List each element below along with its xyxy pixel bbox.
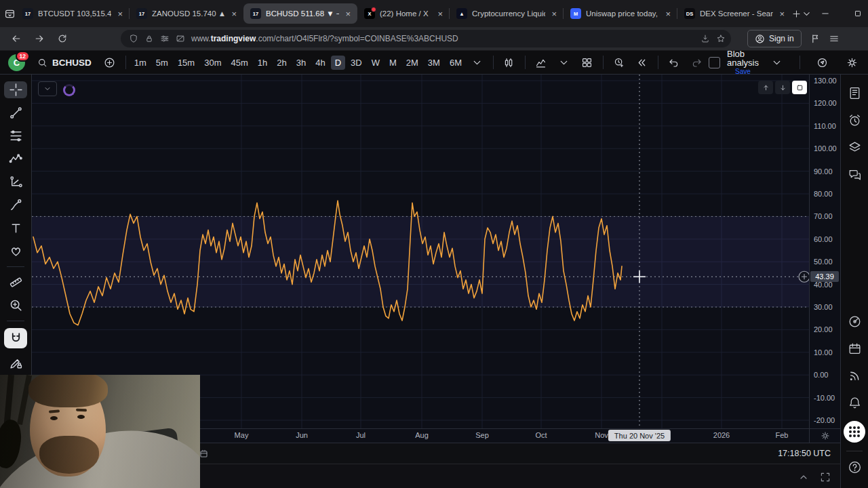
tune-icon[interactable]: [160, 34, 170, 43]
text-tool[interactable]: [4, 220, 27, 237]
interval-W[interactable]: W: [368, 56, 384, 70]
tab-close-icon[interactable]: ×: [664, 9, 672, 19]
add-alert-plus-icon: [799, 271, 810, 282]
magnet-tool[interactable]: [4, 328, 27, 348]
undo-button[interactable]: [663, 53, 686, 72]
back-button[interactable]: [7, 30, 26, 47]
calendar-button[interactable]: [846, 340, 863, 357]
interval-M[interactable]: M: [385, 56, 401, 70]
fib-retracement-tool[interactable]: [4, 127, 27, 144]
content-blocked-icon[interactable]: [176, 34, 185, 43]
interval-expand-chevron[interactable]: [466, 53, 489, 72]
pane-move-down-button[interactable]: [775, 81, 790, 94]
interval-45m[interactable]: 45m: [226, 56, 252, 70]
interval-2h[interactable]: 2h: [273, 56, 290, 70]
reload-button[interactable]: [53, 30, 72, 47]
bar-replay-button[interactable]: [631, 53, 654, 72]
pane-maximize-button[interactable]: [792, 81, 807, 94]
create-alert-button[interactable]: [608, 53, 631, 72]
minimize-button[interactable]: [812, 3, 839, 24]
browser-menu-icon[interactable]: [829, 33, 840, 44]
chat-button[interactable]: [846, 165, 863, 183]
pane-move-up-button[interactable]: [758, 81, 773, 94]
interval-3D[interactable]: 3D: [347, 56, 366, 70]
interval-D[interactable]: D: [331, 56, 345, 70]
apps-grid-button[interactable]: [844, 421, 865, 443]
interval-1m[interactable]: 1m: [130, 56, 151, 70]
browser-sign-in-button[interactable]: Sign in: [747, 30, 802, 47]
news-button[interactable]: [846, 367, 863, 384]
quick-search-button[interactable]: [811, 53, 834, 72]
browser-tab[interactable]: 17ZANOUSD 15.740 ▲ +×: [130, 3, 243, 24]
tab-close-icon[interactable]: ×: [550, 9, 558, 19]
layout-grid-button[interactable]: [576, 53, 599, 72]
compare-add-symbol-button[interactable]: [98, 53, 121, 72]
tab-close-icon[interactable]: ×: [116, 9, 124, 19]
interval-15m[interactable]: 15m: [174, 56, 199, 70]
interval-2M[interactable]: 2M: [402, 56, 422, 70]
help-button[interactable]: [846, 458, 863, 476]
new-tab-button[interactable]: [791, 4, 802, 23]
tradingview-favicon: 17: [136, 8, 147, 19]
bookmark-star-icon[interactable]: [716, 34, 726, 43]
user-avatar[interactable]: C12: [8, 54, 25, 71]
browser-tab[interactable]: 17BCHUSD 511.68 ▼ −1.×: [243, 3, 357, 24]
screener-button[interactable]: [846, 312, 863, 330]
tab-overview-button[interactable]: [4, 4, 16, 23]
layout-chevron[interactable]: [766, 53, 789, 72]
collections-flag-icon[interactable]: [810, 33, 821, 44]
browser-tab[interactable]: DSDEX Screener - Search×: [677, 3, 791, 24]
chart-settings-button[interactable]: [841, 53, 864, 72]
browser-tab[interactable]: X(22) Home / X×: [357, 3, 450, 24]
browser-tab[interactable]: MUniswap price today, U×: [564, 3, 677, 24]
chart-style-button[interactable]: [498, 53, 521, 72]
brush-tool[interactable]: [4, 197, 27, 214]
notifications-button[interactable]: [846, 394, 863, 411]
tab-close-icon[interactable]: ×: [778, 9, 786, 19]
zoom-in-tool[interactable]: [4, 297, 27, 314]
layout-checkbox[interactable]: [709, 57, 720, 68]
tab-close-icon[interactable]: ×: [436, 9, 444, 19]
interval-30m[interactable]: 30m: [200, 56, 225, 70]
interval-3M[interactable]: 3M: [424, 56, 444, 70]
drawing-lock-tool[interactable]: [4, 354, 27, 371]
right-sidebar: [840, 75, 868, 488]
interval-3h[interactable]: 3h: [292, 56, 310, 70]
ruler-tool[interactable]: [4, 274, 27, 291]
pattern-tool[interactable]: [4, 150, 27, 167]
url-bar[interactable]: www.tradingview.com/chart/O4l5Flr8/?symb…: [121, 30, 731, 47]
panel-expand-chevron-icon[interactable]: [798, 472, 809, 483]
symbol-search[interactable]: BCHUSD: [31, 58, 98, 68]
tv-top-toolbar: C12 BCHUSD 1m5m15m30m45m1h2h3h4hD3DWM2M3…: [0, 51, 868, 75]
interval-1h[interactable]: 1h: [254, 56, 271, 70]
notifications-icon: [848, 396, 862, 410]
watchlist-button[interactable]: [846, 84, 863, 102]
browser-tab[interactable]: ▲Cryptocurrency Liquid×: [450, 3, 564, 24]
browser-tab[interactable]: 17BTCUSDT 103,515.49 ▼×: [16, 3, 130, 24]
projection-tool[interactable]: [4, 174, 27, 190]
redo-button[interactable]: [686, 53, 709, 72]
trend-line-tool[interactable]: [4, 104, 27, 121]
panel-fullscreen-icon[interactable]: [820, 472, 831, 483]
interval-4h[interactable]: 4h: [311, 56, 329, 70]
download-icon[interactable]: [701, 34, 710, 43]
indicators-button[interactable]: [530, 53, 553, 72]
alerts-button[interactable]: [846, 111, 863, 129]
legend-collapse-button[interactable]: [38, 81, 57, 96]
price-axis[interactable]: 130.00120.00110.00100.0090.0080.0070.006…: [809, 75, 840, 430]
tab-close-icon[interactable]: ×: [344, 9, 352, 19]
indicators-chevron[interactable]: [553, 53, 576, 72]
axis-settings-gear-icon[interactable]: [809, 428, 840, 443]
tab-list-button[interactable]: [802, 4, 812, 23]
interval-6M[interactable]: 6M: [446, 56, 466, 70]
forward-button[interactable]: [30, 30, 49, 47]
layout-name-menu[interactable]: Blob analysis Save: [727, 49, 759, 75]
go-to-date-icon[interactable]: [199, 449, 209, 459]
clock-utc[interactable]: 17:18:50 UTC: [778, 449, 840, 458]
interval-5m[interactable]: 5m: [152, 56, 172, 70]
maximize-button[interactable]: [844, 3, 868, 24]
tab-close-icon[interactable]: ×: [230, 9, 238, 19]
crosshair-tool[interactable]: [4, 81, 27, 98]
object-tree-button[interactable]: [846, 138, 863, 156]
emoji-tool[interactable]: [4, 243, 27, 260]
